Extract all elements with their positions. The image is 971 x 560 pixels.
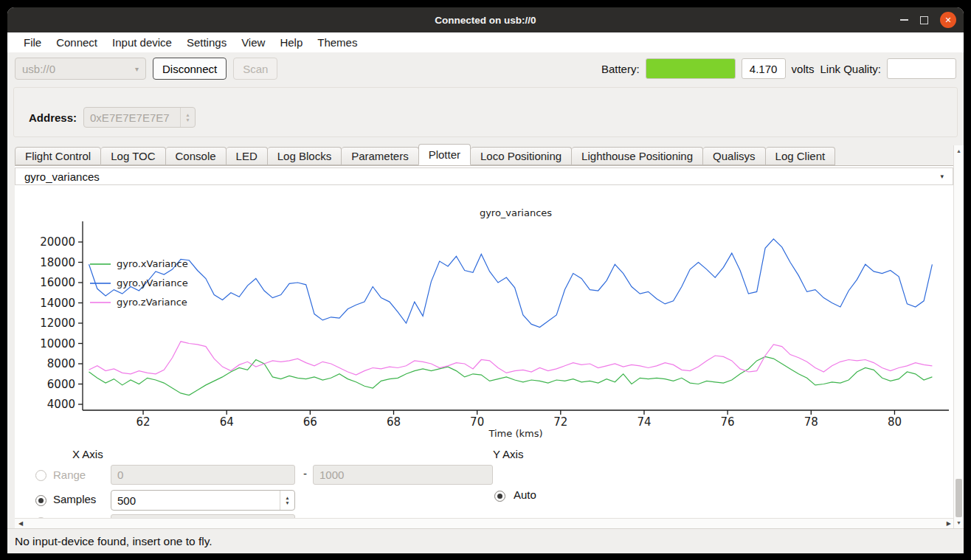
samples-radio-label: Samples — [53, 493, 96, 505]
samples-radio[interactable] — [35, 495, 46, 506]
svg-text:gyro.yVariance: gyro.yVariance — [117, 277, 188, 288]
samples-spinbox[interactable]: 500 ▲▼ — [111, 490, 295, 511]
vertical-scrollbar[interactable]: ▲ ▼ — [953, 145, 964, 528]
svg-text:16000: 16000 — [40, 276, 75, 289]
spin-up-icon: ▲ — [185, 112, 190, 117]
address-spinbox: 0xE7E7E7E7E7 ▲▼ — [83, 107, 196, 128]
svg-text:66: 66 — [303, 415, 317, 429]
battery-label: Battery: — [601, 63, 640, 75]
menu-item-help[interactable]: Help — [272, 36, 310, 49]
close-icon[interactable]: ✕ — [940, 12, 956, 28]
address-value: 0xE7E7E7E7E7 — [90, 111, 170, 124]
menu-bar: FileConnectInput deviceSettingsViewHelpT… — [7, 32, 964, 52]
menu-item-input-device[interactable]: Input device — [105, 36, 179, 49]
scroll-left-icon[interactable]: ◀ — [18, 520, 23, 527]
svg-text:12000: 12000 — [40, 317, 75, 330]
log-config-value: gyro_variances — [24, 170, 100, 183]
voltage-value: 4.170 — [742, 58, 786, 79]
svg-text:20000: 20000 — [40, 235, 75, 249]
y-auto-radio-label: Auto — [514, 488, 536, 501]
svg-text:Time (kms): Time (kms) — [488, 428, 542, 439]
svg-text:gyro_variances: gyro_variances — [480, 207, 552, 218]
interface-select-value: usb://0 — [22, 63, 55, 75]
range-radio — [35, 470, 46, 481]
range-end-field: 1000 — [313, 465, 493, 485]
svg-text:gyro.xVariance: gyro.xVariance — [117, 258, 188, 269]
chevron-down-icon: ▾ — [940, 173, 944, 180]
svg-text:8000: 8000 — [47, 357, 75, 370]
tab-parameters[interactable]: Parameters — [342, 147, 419, 165]
menu-item-themes[interactable]: Themes — [310, 36, 364, 49]
window-title: Connected on usb://0 — [7, 7, 964, 32]
svg-text:10000: 10000 — [40, 337, 75, 350]
chevron-down-icon: ▾ — [135, 65, 139, 73]
volts-label: volts — [792, 63, 815, 75]
svg-text:6000: 6000 — [47, 378, 75, 391]
link-quality-progressbar — [887, 58, 956, 79]
app-window: Connected on usb://0 ✕ FileConnectInput … — [7, 7, 964, 553]
svg-text:68: 68 — [387, 415, 401, 429]
disconnect-button[interactable]: Disconnect — [153, 58, 227, 80]
title-bar: Connected on usb://0 ✕ — [7, 7, 964, 32]
scroll-down-icon[interactable]: ▼ — [954, 520, 964, 525]
tab-log-client[interactable]: Log Client — [766, 147, 836, 165]
scroll-up-icon[interactable]: ▲ — [954, 148, 964, 153]
spin-up-icon[interactable]: ▲ — [285, 495, 289, 500]
menu-item-view[interactable]: View — [234, 36, 272, 49]
battery-progressbar — [646, 58, 736, 79]
svg-text:4000: 4000 — [47, 398, 75, 411]
tab-led[interactable]: LED — [227, 147, 268, 165]
svg-text:70: 70 — [470, 415, 484, 429]
svg-text:74: 74 — [637, 415, 651, 429]
status-message: No input-device found, insert one to fly… — [15, 535, 212, 548]
minimize-icon[interactable] — [900, 19, 908, 21]
connection-settings-panel: Address: 0xE7E7E7E7E7 ▲▼ — [13, 87, 958, 137]
menu-item-connect[interactable]: Connect — [49, 36, 105, 49]
plotter-chart: gyro_variances40006000800010000120001400… — [16, 188, 952, 448]
svg-text:80: 80 — [888, 415, 902, 429]
horizontal-scrollbar[interactable]: ◀ ▶ — [15, 518, 953, 528]
samples-value: 500 — [117, 494, 136, 507]
tab-log-blocks[interactable]: Log Blocks — [268, 147, 342, 165]
svg-text:76: 76 — [721, 415, 735, 429]
tab-log-toc[interactable]: Log TOC — [101, 147, 165, 165]
interface-select[interactable]: usb://0 ▾ — [15, 58, 146, 80]
tab-qualisys[interactable]: Qualisys — [703, 147, 766, 165]
address-label: Address: — [29, 111, 77, 124]
spin-down-icon: ▼ — [185, 117, 190, 122]
tab-console[interactable]: Console — [166, 147, 227, 165]
tab-flight-control[interactable]: Flight Control — [15, 147, 101, 165]
range-radio-label: Range — [53, 469, 86, 481]
vertical-scrollbar-thumb[interactable] — [956, 479, 962, 517]
plotter-tab-content: gyro_variances ▾ gyro_variances400060008… — [15, 165, 953, 518]
connection-toolbar: usb://0 ▾ Disconnect Scan Battery: 4.170… — [7, 52, 964, 85]
svg-text:14000: 14000 — [40, 297, 75, 310]
y-auto-radio[interactable] — [494, 491, 505, 502]
main-tab-bar: Flight ControlLog TOCConsoleLEDLog Block… — [15, 145, 835, 165]
range-separator: - — [303, 467, 307, 480]
range-start-field: 0 — [111, 465, 295, 485]
scan-button: Scan — [233, 58, 277, 80]
svg-text:18000: 18000 — [40, 256, 75, 269]
link-quality-label: Link Quality: — [820, 63, 881, 75]
spin-down-icon[interactable]: ▼ — [285, 500, 289, 505]
menu-item-file[interactable]: File — [16, 36, 49, 49]
log-config-select[interactable]: gyro_variances ▾ — [15, 167, 953, 185]
tab-lighthouse-positioning[interactable]: Lighthouse Positioning — [572, 147, 703, 165]
svg-text:64: 64 — [220, 415, 234, 429]
svg-text:gyro.zVariance: gyro.zVariance — [117, 297, 187, 308]
y-axis-section-title: Y Axis — [493, 448, 523, 460]
svg-text:62: 62 — [136, 415, 150, 429]
x-axis-section-title: X Axis — [72, 448, 103, 460]
status-bar: No input-device found, insert one to fly… — [7, 528, 964, 553]
tab-plotter[interactable]: Plotter — [418, 144, 471, 165]
svg-text:78: 78 — [804, 415, 818, 429]
maximize-icon[interactable] — [920, 16, 928, 24]
tab-loco-positioning[interactable]: Loco Positioning — [471, 147, 572, 165]
menu-item-settings[interactable]: Settings — [179, 36, 234, 49]
svg-text:72: 72 — [553, 415, 567, 429]
scroll-right-icon[interactable]: ▶ — [947, 520, 951, 527]
